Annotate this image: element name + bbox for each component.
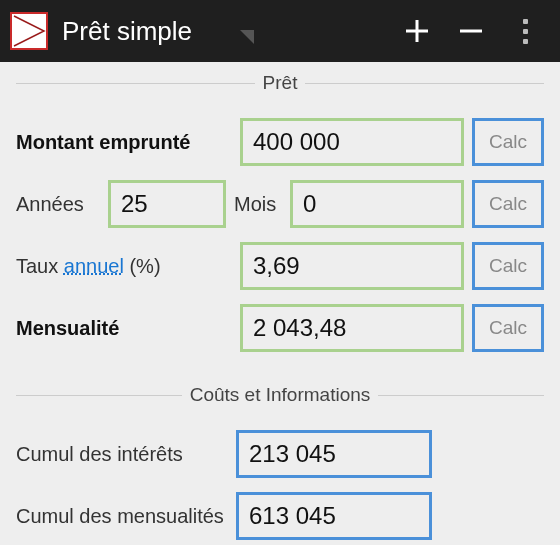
spinner-indicator-icon: [240, 30, 254, 44]
total-payments-label: Cumul des mensualités: [16, 505, 228, 528]
title-spinner[interactable]: Prêt simple: [62, 16, 390, 47]
months-input[interactable]: 0: [290, 180, 464, 228]
loan-legend: Prêt: [255, 72, 306, 94]
rate-suffix: (%): [124, 255, 161, 277]
svg-rect-0: [12, 14, 46, 48]
total-interest-output: 213 045: [236, 430, 432, 478]
overflow-menu-button[interactable]: [498, 0, 552, 62]
add-button[interactable]: [390, 0, 444, 62]
principal-input[interactable]: 400 000: [240, 118, 464, 166]
app-icon: [10, 12, 48, 50]
rate-input[interactable]: 3,69: [240, 242, 464, 290]
months-label: Mois: [234, 193, 282, 216]
action-bar: Prêt simple: [0, 0, 560, 62]
calc-rate-button[interactable]: Calc: [472, 242, 544, 290]
years-input[interactable]: 25: [108, 180, 226, 228]
principal-label: Montant emprunté: [16, 131, 232, 154]
calc-payment-button[interactable]: Calc: [472, 304, 544, 352]
rate-prefix: Taux: [16, 255, 64, 277]
rate-label: Taux annuel (%): [16, 255, 232, 278]
rate-period-link[interactable]: annuel: [64, 255, 124, 277]
remove-button[interactable]: [444, 0, 498, 62]
costs-legend: Coûts et Informations: [182, 384, 379, 406]
calc-term-button[interactable]: Calc: [472, 180, 544, 228]
total-payments-output: 613 045: [236, 492, 432, 540]
calc-principal-button[interactable]: Calc: [472, 118, 544, 166]
page-title: Prêt simple: [62, 16, 192, 47]
payment-input[interactable]: 2 043,48: [240, 304, 464, 352]
overflow-icon: [523, 19, 528, 44]
total-interest-label: Cumul des intérêts: [16, 443, 228, 466]
payment-label: Mensualité: [16, 317, 232, 340]
years-label: Années: [16, 193, 100, 216]
costs-section: Coûts et Informations Cumul des intérêts…: [16, 384, 544, 545]
loan-section: Prêt Montant emprunté 400 000 Calc Année…: [16, 72, 544, 378]
